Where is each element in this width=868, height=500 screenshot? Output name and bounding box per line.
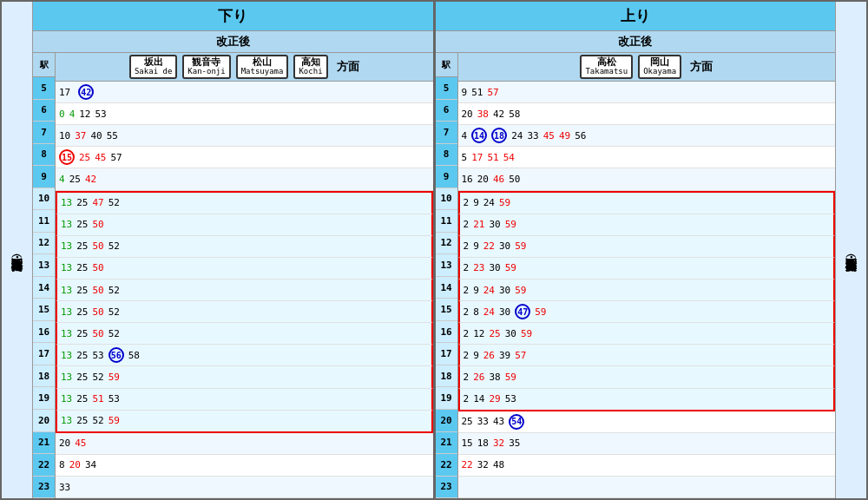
left-times-col: 坂出Sakai de観音寺Kan-onji松山Matsuyama高知Kochi方… (56, 53, 433, 498)
left-direction: 下り (33, 2, 433, 31)
left-revision: 改正後 (33, 31, 433, 53)
left-timetable-body: 駅567891011121314151617181920212223 坂出Sak… (33, 53, 433, 498)
main-container: 高松駅（松山・高知方面） 下り 改正後 駅5678910111213141516… (0, 0, 868, 500)
right-revision: 改正後 (436, 31, 836, 53)
right-content: 上り 改正後 駅56789101112131415161718192021222… (436, 2, 836, 498)
right-panel: 上り 改正後 駅56789101112131415161718192021222… (436, 2, 867, 498)
right-times-col: 高松Takamatsu岡山Okayama方面951572038425841418… (458, 53, 836, 498)
right-direction: 上り (436, 2, 836, 31)
right-station-label: 多度津駅（高松・岡山方面） (835, 2, 866, 498)
right-timetable-body: 駅567891011121314151617181920212223 高松Tak… (436, 53, 836, 498)
left-station-label: 高松駅（松山・高知方面） (2, 2, 33, 498)
left-panel: 高松駅（松山・高知方面） 下り 改正後 駅5678910111213141516… (2, 2, 436, 498)
left-hour-col: 駅567891011121314151617181920212223 (33, 53, 56, 498)
left-content: 下り 改正後 駅56789101112131415161718192021222… (33, 2, 433, 498)
right-hour-col: 駅567891011121314151617181920212223 (436, 53, 458, 498)
